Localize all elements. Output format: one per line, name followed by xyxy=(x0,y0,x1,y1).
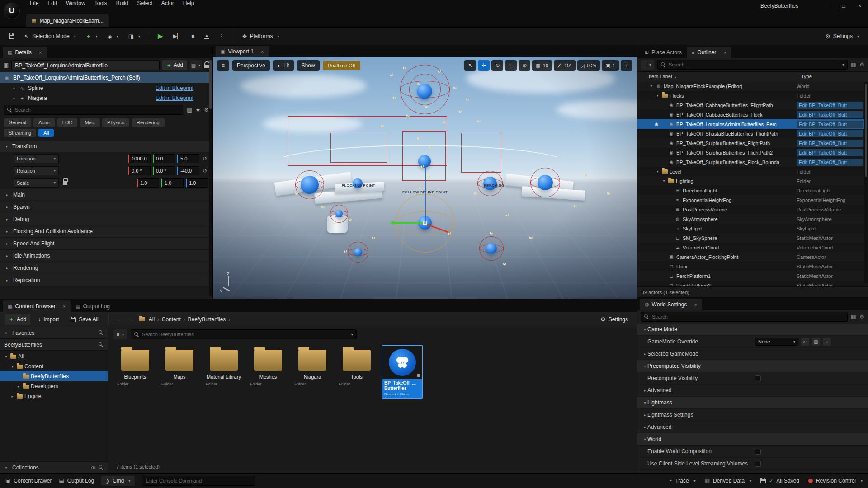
breadcrumb-item[interactable]: BeefyButterflies xyxy=(188,316,226,323)
search-icon[interactable] xyxy=(99,465,104,470)
component-row[interactable]: ▾ Niagara Edit in Blueprint xyxy=(0,93,212,103)
details-filter-chip[interactable]: Physics xyxy=(102,118,129,127)
transform-z-field[interactable]: -40.0 xyxy=(177,166,199,175)
collections-header[interactable]: ▸ Collections ⊕ xyxy=(0,461,108,473)
object-name-field[interactable]: BP_TakeOff_LorquinsAdmiralButterflie xyxy=(11,60,159,70)
outliner-row[interactable]: BP_TakeOff_SulphurButterflies_Flock_Boun… xyxy=(637,157,868,167)
transform-x-field[interactable]: 1.0 xyxy=(137,178,159,188)
menu-item[interactable]: Actor xyxy=(157,0,179,12)
details-filter-chip[interactable]: Rendering xyxy=(132,118,165,127)
folder-tree-row[interactable]: Content xyxy=(0,361,108,371)
details-section-header[interactable]: ▸ Rendering xyxy=(0,262,212,274)
new-folder-icon[interactable]: ▥ xyxy=(851,61,856,68)
visibility-eye-icon[interactable] xyxy=(653,160,660,164)
add-new-asset-icon[interactable]: ＋ xyxy=(823,338,831,346)
visibility-eye-icon[interactable] xyxy=(653,254,660,259)
lock-icon[interactable] xyxy=(204,65,209,68)
expander-icon[interactable] xyxy=(642,437,647,441)
outliner-type-cell[interactable]: Edit BP_TakeOff_Butt xyxy=(797,130,863,137)
reset-to-default-icon[interactable]: ↺ xyxy=(202,155,208,162)
outliner-row[interactable]: Flocks Folder xyxy=(637,91,868,100)
maximize-button[interactable]: □ xyxy=(835,0,852,12)
visibility-eye-icon[interactable] xyxy=(653,273,660,278)
tab-world-settings[interactable]: ◍ World Settings × xyxy=(640,299,702,310)
cmd-dropdown[interactable]: ❯Cmd▾ xyxy=(101,476,134,486)
folder-tree-row[interactable]: Engine xyxy=(0,391,108,401)
outliner-type-cell[interactable]: SkyAtmosphere xyxy=(797,216,863,222)
cb-filter-button[interactable]: ≡▾ xyxy=(113,329,127,339)
add-component-button[interactable]: ＋Add xyxy=(162,60,187,70)
rotation-snap-button[interactable]: ∠10° xyxy=(554,60,576,71)
transform-axis-dropdown[interactable]: Scale▾ xyxy=(14,178,59,188)
outliner-settings-icon[interactable]: ⚙ xyxy=(859,61,864,68)
outliner-row[interactable]: VolumetricCloud VolumetricCloud xyxy=(637,243,868,252)
maximize-viewport-button[interactable]: ⊞ xyxy=(621,60,632,71)
use-selected-asset-icon[interactable]: ↩ xyxy=(801,338,809,346)
scale-tool-button[interactable]: ◱ xyxy=(505,60,517,71)
cb-search[interactable]: ▾ xyxy=(131,329,357,339)
outliner-row[interactable]: Lighting Folder xyxy=(637,176,868,186)
gizmo-center[interactable] xyxy=(423,221,427,225)
expander-icon[interactable]: ▸ xyxy=(4,331,9,335)
world-space-toggle-button[interactable]: ⊕ xyxy=(519,60,530,71)
outliner-row[interactable]: Level Folder xyxy=(637,167,868,176)
world-settings-row[interactable]: Lightmass Settings xyxy=(637,409,868,421)
add-actor-button[interactable]: ＋▾ xyxy=(82,30,101,42)
outliner-type-cell[interactable]: StaticMeshActor xyxy=(797,273,863,279)
eject-button[interactable]: ▲ xyxy=(201,30,212,42)
frame-skip-button[interactable]: ▶▏ xyxy=(170,30,185,42)
back-button[interactable]: ← xyxy=(115,316,123,323)
expander-icon[interactable] xyxy=(649,84,654,88)
world-settings-search[interactable] xyxy=(641,312,848,322)
visibility-eye-icon[interactable] xyxy=(653,131,660,136)
revision-control-button[interactable]: Revision Control▾ xyxy=(808,478,863,484)
world-settings-row[interactable]: Selected GameMode xyxy=(637,348,868,360)
world-settings-row[interactable]: World xyxy=(637,433,868,446)
details-section-header[interactable]: ▸ Debug xyxy=(0,213,212,225)
minimize-button[interactable]: — xyxy=(819,0,835,12)
content-drawer-button[interactable]: ▣Content Drawer xyxy=(5,478,52,484)
platforms-button[interactable]: ❖Platforms▾ xyxy=(238,30,283,42)
close-icon[interactable]: × xyxy=(694,302,697,307)
menu-item[interactable]: Window xyxy=(61,0,90,12)
world-settings-row[interactable]: Precomputed Visibility xyxy=(637,360,868,372)
details-section-header[interactable]: ▸ Main xyxy=(0,189,212,201)
expander-icon[interactable] xyxy=(642,389,647,393)
transform-section-header[interactable]: ▾ Transform xyxy=(0,141,212,152)
visibility-eye-icon[interactable] xyxy=(653,141,660,145)
visibility-eye-icon[interactable] xyxy=(641,84,647,89)
transform-z-field[interactable]: 5.0 xyxy=(177,154,199,163)
display-filter-icon[interactable]: ▥ xyxy=(851,314,856,320)
reset-to-default-icon[interactable]: ↺ xyxy=(202,168,208,174)
expander-icon[interactable] xyxy=(642,352,647,356)
asset-tile-selected[interactable]: BP_TakeOff_... Butterflies Blueprint Cla… xyxy=(382,345,423,399)
save-button[interactable] xyxy=(5,30,18,42)
visibility-eye-icon[interactable] xyxy=(660,235,666,240)
visibility-eye-icon[interactable] xyxy=(653,150,660,155)
sources-header[interactable]: BeefyButterflies xyxy=(0,339,108,351)
unreal-logo[interactable]: U xyxy=(4,3,20,19)
favorites-header[interactable]: ▸ Favorites xyxy=(0,327,108,339)
outliner-row[interactable]: BP_TakeOff_ShastaBlueButterflies_FlightP… xyxy=(637,129,868,138)
tab-output-log[interactable]: ▤ Output Log xyxy=(71,300,115,312)
outliner-row[interactable]: SkyAtmosphere SkyAtmosphere xyxy=(637,214,868,224)
details-filter-chip[interactable]: Streaming xyxy=(4,129,36,137)
menu-item[interactable]: Edit xyxy=(43,0,61,12)
checkbox[interactable] xyxy=(755,461,761,467)
transform-axis-dropdown[interactable]: Rotation▾ xyxy=(14,166,59,175)
realtime-off-badge[interactable]: Realtime Off xyxy=(323,61,360,70)
viewport-3d-scene[interactable]: FLOCKING POINT FOLLOW SPLINE POINT PERCH… xyxy=(213,57,637,299)
details-section-header[interactable]: ▸ Speed And Flight xyxy=(0,238,212,250)
gamemode-override-select[interactable]: None▾ xyxy=(755,338,798,346)
level-tab[interactable]: ▦ Map_NiagaraFlockExam... xyxy=(26,14,109,27)
visibility-eye-icon[interactable] xyxy=(660,216,666,221)
outliner-row[interactable]: SkyLight SkyLight xyxy=(637,224,868,233)
visibility-eye-icon[interactable] xyxy=(660,188,666,193)
uniform-scale-lock-icon[interactable] xyxy=(63,181,67,185)
world-settings-row[interactable]: Advanced xyxy=(637,385,868,397)
outliner-type-cell[interactable]: StaticMeshActor xyxy=(797,264,863,269)
expander-icon[interactable]: ▸ xyxy=(4,465,9,469)
outliner-row[interactable]: ExponentialHeightFog ExponentialHeightFo… xyxy=(637,195,868,205)
ws-settings-icon[interactable]: ⚙ xyxy=(859,314,864,320)
outliner-row[interactable]: SM_SkySphere StaticMeshActor xyxy=(637,233,868,243)
